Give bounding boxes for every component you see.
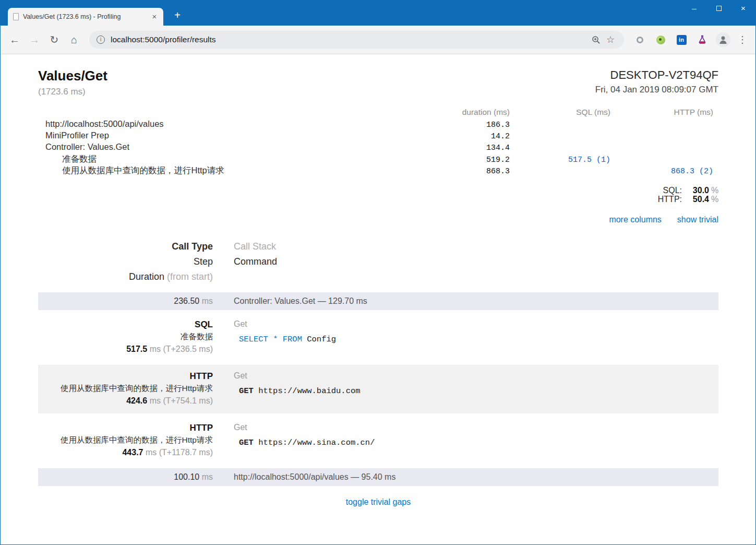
home-button[interactable]: ⌂: [64, 30, 84, 50]
maximize-button[interactable]: [706, 0, 731, 16]
tab-title: Values/Get (1723.6 ms) - Profiling: [23, 13, 146, 20]
browser-tab[interactable]: Values/Get (1723.6 ms) - Profiling ×: [8, 8, 163, 26]
step-duration-unit: ms: [143, 448, 159, 457]
command-part: [268, 335, 273, 344]
timeline-step-row: HTTP使用从数据库中查询的数据，进行Http请求443.7 ms (T+117…: [38, 417, 718, 465]
minimize-button[interactable]: –: [682, 0, 706, 16]
summary-row-label: 使用从数据库中查询的数据，进行Http请求: [38, 165, 447, 176]
browser-window: Values/Get (1723.6 ms) - Profiling × + –…: [0, 0, 756, 545]
tab-close-icon[interactable]: ×: [150, 12, 159, 21]
legend-command: Command: [223, 254, 718, 269]
step-duration-value: 443.7: [122, 448, 143, 457]
summary-row-duration: 186.3: [447, 121, 515, 129]
timeline: 236.50 msController: Values.Get — 129.70…: [38, 292, 718, 486]
summary-row: 使用从数据库中查询的数据，进行Http请求868.3868.3 (2): [38, 165, 718, 176]
page-favicon-icon: [13, 13, 19, 20]
column-http: HTTP (ms): [616, 108, 718, 117]
step-duration-value: 424.6: [126, 396, 147, 405]
command-part: GET: [239, 438, 258, 447]
http-percent-unit: %: [711, 195, 718, 204]
summary-row: http://localhost:5000/api/values186.3: [38, 119, 718, 131]
sql-percent-label: SQL:: [663, 186, 682, 195]
summary-row: Controller: Values.Get134.4: [38, 142, 718, 153]
close-button[interactable]: ×: [731, 0, 755, 16]
legend-duration: Duration (from start): [38, 269, 223, 285]
summary-rows: http://localhost:5000/api/values186.3Min…: [38, 119, 718, 176]
browser-toolbar: ← → ↻ ⌂ i localhost:5000/profiler/result…: [1, 26, 755, 54]
extension-green-icon[interactable]: [650, 30, 671, 50]
zoom-icon[interactable]: [589, 35, 603, 44]
summary-row-http-link[interactable]: 868.3 (2): [616, 167, 718, 176]
maximize-icon: [716, 6, 722, 11]
http-percent-label: HTTP:: [658, 195, 682, 204]
url-text[interactable]: localhost:5000/profiler/results: [111, 35, 589, 44]
bookmark-star-icon[interactable]: ☆: [603, 34, 618, 45]
step-duration: 424.6 ms (T+754.1 ms): [38, 396, 213, 406]
summary-row-label: Controller: Values.Get: [38, 142, 447, 152]
step-command: GET https://www.sina.com.cn/: [239, 438, 718, 447]
show-trivial-link[interactable]: show trivial: [677, 215, 718, 224]
summary-row: 准备数据519.2517.5 (1): [38, 153, 718, 165]
step-duration-unit: ms: [147, 345, 163, 353]
timeline-step-row: HTTP使用从数据库中查询的数据，进行Http请求424.6 ms (T+754…: [38, 365, 718, 413]
command-part: Config: [302, 335, 336, 344]
toggle-trivial-gaps-link[interactable]: toggle trivial gaps: [346, 497, 411, 506]
step-detail: GetGET https://www.baidu.com: [223, 371, 718, 406]
command-part: FROM: [283, 335, 302, 344]
summary-row-label: 准备数据: [38, 153, 447, 165]
more-columns-link[interactable]: more columns: [609, 215, 661, 224]
step-info: HTTP使用从数据库中查询的数据，进行Http请求443.7 ms (T+117…: [38, 423, 223, 457]
gap-duration: 236.50 ms: [38, 297, 223, 306]
step-duration-offset: (T+1178.7 ms): [159, 448, 213, 457]
step-info: SQL准备数据517.5 ms (T+236.5 ms): [38, 319, 223, 354]
gap-duration: 100.10 ms: [38, 472, 223, 482]
step-call-type: HTTP: [38, 423, 213, 433]
profile-avatar[interactable]: [716, 32, 730, 47]
step-command: GET https://www.baidu.com: [239, 386, 718, 396]
gap-duration-unit: ms: [199, 297, 213, 305]
gap-duration-value: 236.50: [174, 297, 199, 305]
timeline-legend: Call Type Call Stack Step Command Durati…: [38, 239, 718, 285]
sql-percent-unit: %: [711, 186, 718, 195]
step-detail: GetSELECT * FROM Config: [223, 319, 718, 354]
new-tab-button[interactable]: +: [171, 9, 184, 22]
summary-row-duration: 14.2: [447, 132, 515, 141]
gap-duration-value: 100.10: [174, 472, 199, 481]
address-bar[interactable]: i localhost:5000/profiler/results ☆: [89, 31, 624, 49]
legend-step: Step: [38, 254, 223, 269]
step-duration: 443.7 ms (T+1178.7 ms): [38, 448, 213, 457]
call-stack: Get: [234, 423, 718, 432]
linkedin-extension-icon[interactable]: in: [671, 30, 692, 50]
gap-duration-unit: ms: [199, 472, 213, 481]
summary-row-duration: 868.3: [447, 167, 515, 176]
flask-extension-icon[interactable]: [692, 30, 713, 50]
command-part: [278, 335, 282, 344]
timeline-gap-row: 236.50 msController: Values.Get — 129.70…: [38, 292, 718, 310]
step-command: SELECT * FROM Config: [239, 335, 718, 344]
summary-row-duration: 519.2: [447, 156, 515, 164]
summary-row-duration: 134.4: [447, 144, 515, 152]
page-info-icon[interactable]: i: [97, 35, 105, 44]
browser-menu-icon[interactable]: ⋮: [734, 34, 751, 45]
percent-summary: SQL: 30.0 % HTTP: 50.4 %: [38, 186, 718, 204]
call-stack: Get: [234, 319, 718, 329]
page-title: Values/Get: [38, 68, 107, 84]
reload-button[interactable]: ↻: [44, 30, 64, 50]
total-duration: (1723.6 ms): [38, 87, 107, 97]
sql-percent-value: 30.0: [682, 186, 709, 195]
step-name: 使用从数据库中查询的数据，进行Http请求: [38, 435, 213, 446]
gap-detail: http://localhost:5000/api/values — 95.40…: [223, 472, 718, 482]
command-part: https://www.baidu.com: [258, 386, 360, 396]
options-links: more columns show trivial: [38, 215, 718, 224]
step-duration-unit: ms: [147, 396, 163, 405]
step-call-type: SQL: [38, 319, 213, 330]
window-controls: – ×: [682, 0, 755, 16]
call-stack: Get: [234, 371, 718, 381]
column-sql: SQL (ms): [515, 108, 616, 117]
extension-ring-icon[interactable]: [629, 30, 650, 50]
back-button[interactable]: ←: [5, 30, 25, 50]
command-part: https://www.sina.com.cn/: [258, 438, 375, 447]
page-header: Values/Get (1723.6 ms) DESKTOP-V2T94QF F…: [38, 68, 718, 97]
summary-row-sql-link[interactable]: 517.5 (1): [515, 156, 616, 164]
step-duration-offset: (T+754.1 ms): [163, 396, 213, 405]
